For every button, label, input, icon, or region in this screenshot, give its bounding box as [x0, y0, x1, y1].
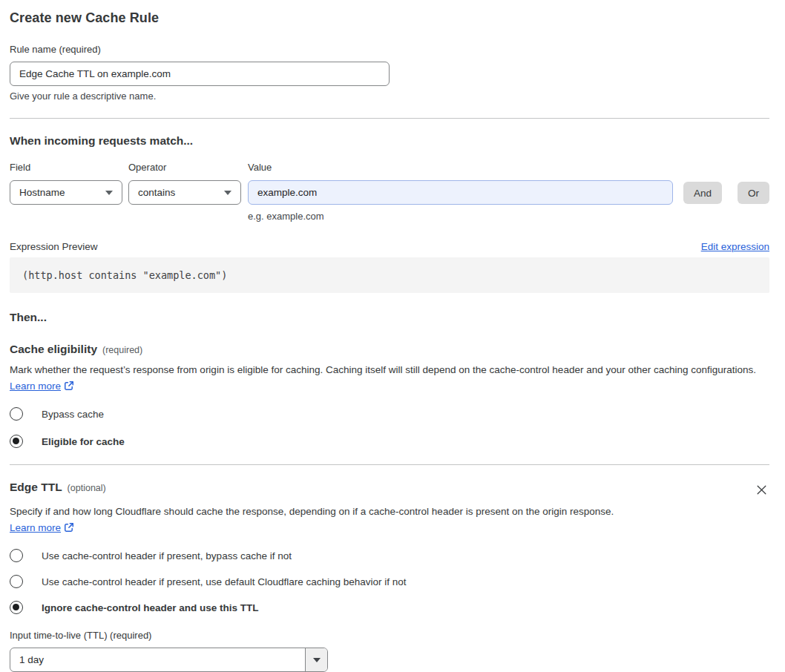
- rule-name-input[interactable]: [10, 62, 390, 86]
- section-divider: [10, 464, 769, 465]
- then-heading: Then...: [10, 310, 769, 325]
- radio-unselected-icon: [10, 575, 23, 588]
- cache-eligibility-description: Mark whether the request’s response from…: [10, 362, 769, 394]
- radio-use-header-default[interactable]: Use cache-control header if present, use…: [10, 575, 769, 588]
- radio-use-header-bypass[interactable]: Use cache-control header if present, byp…: [10, 549, 769, 562]
- radio-ignore-header-use-ttl[interactable]: Ignore cache-control header and use this…: [10, 601, 769, 614]
- operator-label: Operator: [128, 161, 241, 174]
- edge-ttl-title-row: Edge TTL (optional): [10, 481, 106, 494]
- cache-eligibility-required-badge: (required): [102, 345, 142, 355]
- radio-selected-icon: [10, 601, 23, 614]
- expression-preview-label: Expression Preview: [10, 241, 98, 252]
- ttl-input-block: Input time-to-live (TTL) (required) 1 da…: [10, 629, 769, 672]
- value-input[interactable]: [248, 180, 673, 205]
- expression-preview-row: Expression Preview Edit expression: [10, 241, 769, 252]
- chevron-down-icon: [313, 658, 321, 662]
- radio-selected-icon: [10, 435, 23, 448]
- field-select[interactable]: Hostname: [10, 180, 122, 205]
- edge-ttl-optional-badge: (optional): [68, 483, 106, 493]
- operator-select-value: contains: [138, 187, 175, 198]
- chevron-down-icon: [105, 191, 113, 195]
- radio-unselected-icon: [10, 549, 23, 562]
- external-link-icon: [64, 381, 74, 391]
- learn-more-link[interactable]: Learn more: [10, 522, 61, 533]
- ttl-combobox[interactable]: 1 day: [10, 648, 328, 672]
- edge-ttl-header: Edge TTL (optional): [10, 481, 769, 498]
- value-label: Value: [248, 161, 673, 174]
- rule-name-block: Rule name (required) Give your rule a de…: [10, 43, 769, 102]
- page-title: Create new Cache Rule: [10, 10, 769, 27]
- condition-buttons: And Or: [683, 182, 769, 204]
- cache-eligibility-options: Bypass cache Eligible for cache: [10, 407, 769, 448]
- edge-ttl-description-text: Specify if and how long Cloudflare shoul…: [10, 506, 614, 517]
- rule-name-label: Rule name (required): [10, 43, 769, 56]
- section-divider: [10, 118, 769, 119]
- create-cache-rule-form: Create new Cache Rule Rule name (require…: [0, 0, 785, 672]
- external-link-icon: [64, 522, 74, 533]
- chevron-down-icon: [224, 191, 231, 195]
- edge-ttl-description: Specify if and how long Cloudflare shoul…: [10, 504, 631, 536]
- cache-eligibility-title: Cache eligibility: [10, 343, 97, 356]
- radio-bypass-cache[interactable]: Bypass cache: [10, 407, 769, 421]
- ttl-dropdown-button[interactable]: [305, 648, 327, 671]
- field-select-value: Hostname: [19, 187, 65, 198]
- value-helper: e.g. example.com: [248, 211, 673, 222]
- field-column: Field Hostname: [10, 161, 122, 205]
- value-column: Value e.g. example.com: [248, 161, 673, 222]
- close-edge-ttl-button[interactable]: [754, 482, 769, 498]
- learn-more-link[interactable]: Learn more: [10, 381, 61, 392]
- edge-ttl-title: Edge TTL: [10, 481, 62, 494]
- operator-column: Operator contains: [128, 161, 241, 205]
- match-condition-row: Field Hostname Operator contains Value e…: [10, 161, 769, 222]
- match-heading: When incoming requests match...: [10, 134, 769, 148]
- and-button[interactable]: And: [683, 182, 722, 204]
- ttl-combobox-value: 1 day: [10, 648, 305, 671]
- close-icon: [755, 484, 768, 496]
- or-button[interactable]: Or: [738, 182, 769, 204]
- radio-unselected-icon: [10, 407, 23, 421]
- edge-ttl-options: Use cache-control header if present, byp…: [10, 549, 769, 614]
- ttl-label: Input time-to-live (TTL) (required): [10, 629, 769, 642]
- cache-eligibility-header: Cache eligibility (required): [10, 343, 769, 356]
- cache-eligibility-description-text: Mark whether the request’s response from…: [10, 364, 756, 375]
- expression-code: (http.host contains "example.com"): [10, 257, 769, 293]
- edit-expression-link[interactable]: Edit expression: [701, 241, 769, 252]
- operator-select[interactable]: contains: [128, 180, 241, 205]
- rule-name-helper: Give your rule a descriptive name.: [10, 90, 769, 102]
- radio-eligible-for-cache[interactable]: Eligible for cache: [10, 435, 769, 448]
- field-label: Field: [10, 161, 122, 174]
